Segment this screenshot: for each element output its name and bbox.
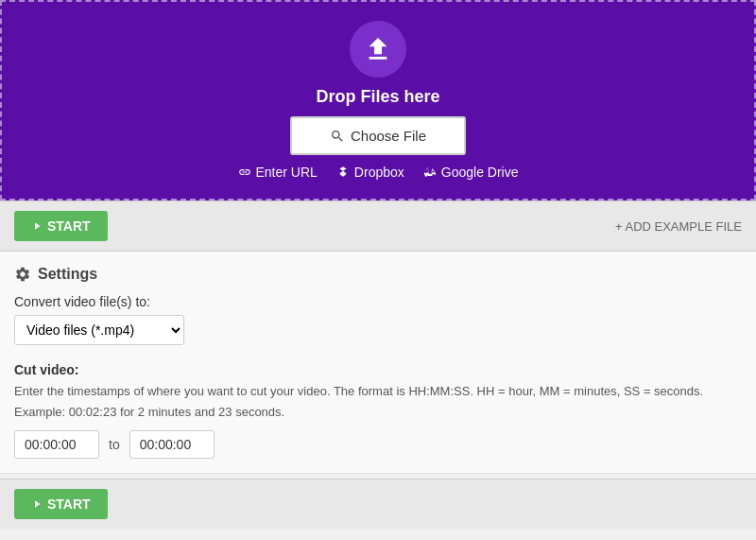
choose-file-button[interactable]: Choose File: [290, 116, 466, 155]
time-range: to: [14, 430, 742, 459]
drop-files-text: Drop Files here: [316, 87, 439, 107]
add-example-link[interactable]: + ADD EXAMPLE FILE: [615, 219, 742, 234]
upload-icon: [350, 21, 406, 78]
to-label: to: [109, 437, 120, 452]
google-drive-icon: [423, 165, 437, 179]
start-button-bottom[interactable]: START: [14, 489, 108, 519]
time-to-input[interactable]: [129, 430, 215, 459]
dropbox-icon: [336, 165, 350, 179]
upload-zone: Drop Files here Choose File Enter URL Dr…: [0, 0, 756, 200]
google-drive-link[interactable]: Google Drive: [423, 165, 519, 180]
search-icon: [330, 129, 345, 144]
bottom-toolbar: START: [0, 479, 756, 529]
start-label-bottom: START: [47, 496, 91, 512]
source-links: Enter URL Dropbox Google Drive: [238, 165, 519, 180]
cut-video-section: Cut video: Enter the timestamps of where…: [14, 362, 742, 459]
add-example-label: + ADD EXAMPLE FILE: [615, 219, 742, 234]
start-button-top[interactable]: START: [14, 211, 108, 241]
settings-title-text: Settings: [38, 266, 97, 283]
dropbox-link[interactable]: Dropbox: [336, 165, 404, 180]
convert-label: Convert video file(s) to:: [14, 294, 742, 309]
settings-section: Settings Convert video file(s) to: Video…: [0, 252, 756, 474]
chevron-right-icon: [31, 220, 43, 232]
cut-video-example: Example: 00:02:23 for 2 minutes and 23 s…: [14, 405, 742, 419]
start-label-top: START: [47, 218, 91, 234]
chevron-right-icon-bottom: [31, 498, 43, 510]
choose-file-label: Choose File: [351, 128, 426, 144]
cut-video-description: Enter the timestamps of where you want t…: [14, 382, 742, 401]
google-drive-label: Google Drive: [441, 165, 519, 180]
top-toolbar: START + ADD EXAMPLE FILE: [0, 200, 756, 252]
cut-video-label: Cut video:: [14, 362, 742, 377]
enter-url-link[interactable]: Enter URL: [238, 165, 318, 180]
enter-url-label: Enter URL: [256, 165, 318, 180]
settings-title: Settings: [14, 266, 742, 283]
settings-gear-icon: [14, 266, 31, 283]
dropbox-label: Dropbox: [354, 165, 404, 180]
link-icon: [238, 165, 251, 179]
format-select[interactable]: Video files (*.mp4) Video files (*.avi) …: [14, 315, 184, 345]
upload-arrow-icon: [363, 34, 393, 64]
time-from-input[interactable]: [14, 430, 99, 459]
